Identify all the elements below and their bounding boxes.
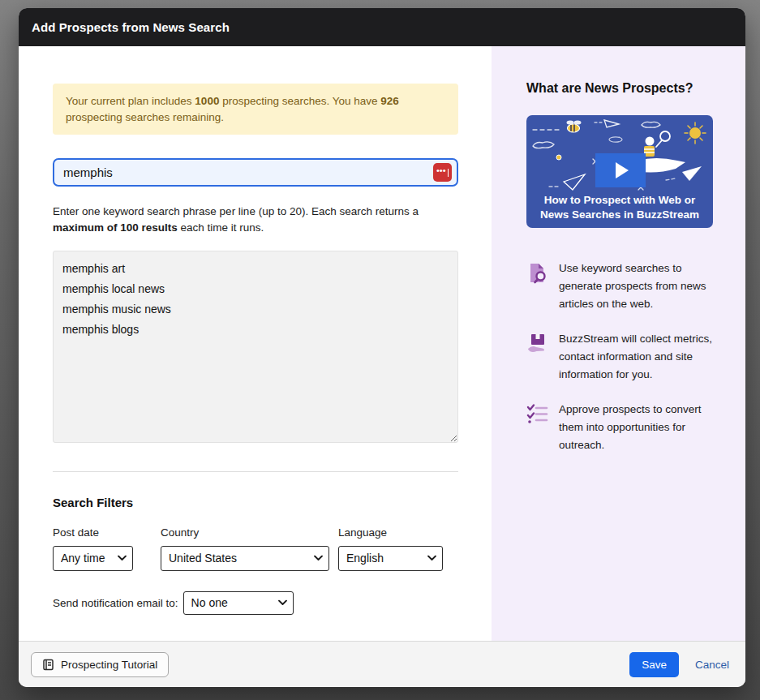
list-item-text: Approve prospects to convert them into o… [559,401,718,454]
post-date-field: Post date Any time [53,526,133,571]
bee-doodle [556,120,582,160]
language-label: Language [338,526,443,539]
filters-divider [53,471,458,472]
list-item: Use keyword searches to generate prospec… [526,260,718,313]
modal-header: Add Prospects from News Search [19,8,745,46]
prospecting-tutorial-label: Prospecting Tutorial [61,659,157,671]
sun-doodle [685,122,706,144]
password-autofill-icon[interactable]: ••• [433,163,452,182]
filters-heading: Search Filters [53,496,458,509]
plan-usage-text: prospecting searches remaining. [66,111,224,123]
play-button[interactable] [595,153,646,187]
video-caption: How to Prospect with Web or News Searche… [531,193,708,222]
list-item-text: Use keyword searches to generate prospec… [559,260,718,313]
post-date-label: Post date [53,526,133,539]
box-hand-icon [526,330,548,384]
language-field: Language English [338,526,443,571]
info-sidebar: What are News Prospects? [492,46,745,641]
cancel-button[interactable]: Cancel [695,659,729,671]
language-select[interactable]: English [338,546,443,571]
tutorial-video-thumbnail[interactable]: How to Prospect with Web or News Searche… [526,115,713,228]
modal-footer: Prospecting Tutorial Save Cancel [19,641,745,687]
modal-title: Add Prospects from News Search [32,20,230,34]
list-item: BuzzStream will collect metrics, contact… [526,330,718,384]
keywords-textarea[interactable]: memphis art memphis local news memphis m… [53,251,458,443]
add-prospects-modal: Add Prospects from News Search Your curr… [19,8,745,687]
search-name-input[interactable] [63,165,433,179]
plan-usage-alert: Your current plan includes 1000 prospect… [53,84,458,135]
play-icon [616,162,629,178]
plan-usage-text: Your current plan includes [66,95,195,107]
main-column: Your current plan includes 1000 prospect… [19,46,492,641]
save-button[interactable]: Save [629,652,679,677]
notification-email-select[interactable]: No one [183,591,294,615]
search-name-field-wrapper: ••• [53,158,458,187]
keyword-helper-text: Enter one keyword search phrase per line… [53,204,458,237]
list-item: Approve prospects to convert them into o… [526,401,718,454]
country-select[interactable]: United States [161,546,329,571]
country-label: Country [161,526,329,539]
notification-label: Send notification email to: [53,597,178,609]
paper-plane-doodle [682,166,702,181]
list-item-text: BuzzStream will collect metrics, contact… [559,330,718,384]
checklist-icon [526,401,548,454]
notification-row: Send notification email to: No one [53,591,458,615]
plan-usage-text: prospecting searches. You have [219,95,380,107]
book-icon [42,659,54,671]
sidebar-heading: What are News Prospects? [526,81,718,96]
plan-total-searches: 1000 [195,95,219,107]
modal-content: Your current plan includes 1000 prospect… [19,46,745,641]
file-search-icon [526,260,548,313]
plan-remaining-searches: 926 [380,95,399,107]
country-field: Country United States [161,526,329,571]
prospecting-tutorial-button[interactable]: Prospecting Tutorial [31,652,169,677]
post-date-select[interactable]: Any time [53,546,133,571]
filter-row: Post date Any time Country Unit [53,526,458,571]
